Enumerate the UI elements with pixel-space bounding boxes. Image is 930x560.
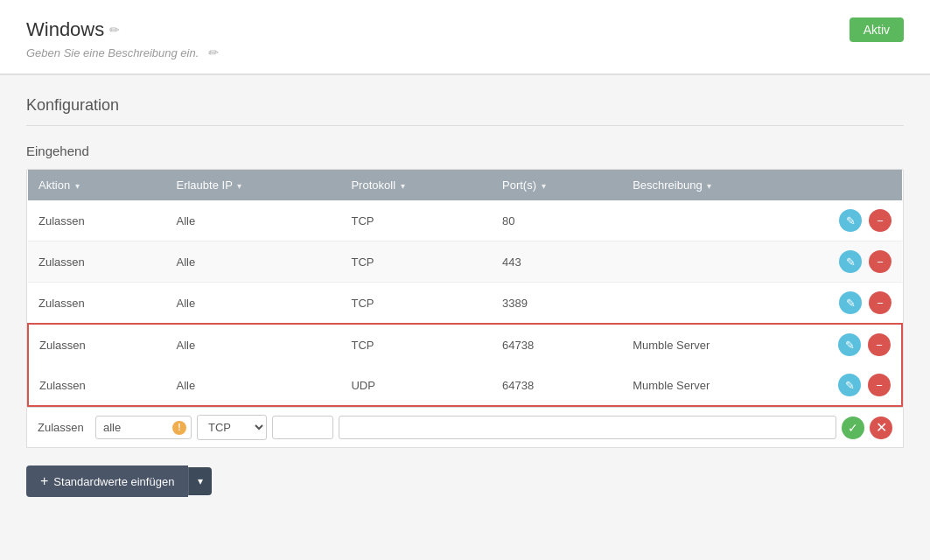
table-row: Zulassen Alle TCP 80 ✎ −: [28, 200, 902, 242]
status-badge: Aktiv: [850, 18, 904, 42]
page-title: Windows: [26, 18, 104, 41]
cell-ip: Alle: [165, 283, 340, 325]
col-beschreibung[interactable]: Beschreibung ▾: [622, 170, 824, 200]
standardwerte-button[interactable]: + Standardwerte einfügen: [26, 466, 188, 497]
cell-ip: Alle: [165, 200, 340, 242]
cell-protokoll: TCP: [340, 283, 492, 325]
cell-ip: Alle: [165, 365, 340, 406]
col-protokoll[interactable]: Protokoll ▾: [340, 170, 492, 200]
edit-row-button[interactable]: ✎: [838, 333, 861, 356]
col-ports[interactable]: Port(s) ▾: [492, 170, 622, 200]
cell-actions: ✎ −: [824, 365, 902, 406]
beschreibung-input[interactable]: [339, 416, 836, 439]
edit-row-button[interactable]: ✎: [839, 250, 862, 273]
table-body: Zulassen Alle TCP 80 ✎ − Zulassen Alle T…: [28, 200, 902, 406]
port-input[interactable]: [272, 416, 333, 439]
cell-beschreibung: [622, 283, 824, 325]
cell-aktion: Zulassen: [28, 283, 165, 325]
cell-beschreibung: [622, 242, 824, 283]
sort-ports-icon: ▾: [542, 181, 546, 191]
page-subtitle: Geben Sie eine Beschreibung ein. ✏: [26, 46, 904, 60]
info-icon: !: [172, 421, 186, 435]
edit-row-button[interactable]: ✎: [839, 209, 862, 232]
cell-aktion: Zulassen: [28, 200, 165, 242]
standardwerte-dropdown-button[interactable]: ▾: [188, 467, 212, 495]
cell-protokoll: TCP: [340, 200, 492, 242]
add-row-label: Zulassen: [38, 421, 90, 434]
col-erlaubte-ip[interactable]: Erlaubte IP ▾: [165, 170, 340, 200]
edit-row-button[interactable]: ✎: [839, 291, 862, 314]
cell-beschreibung: Mumble Server: [622, 365, 824, 406]
table-header: Aktion ▾ Erlaubte IP ▾ Protokoll ▾ Port(…: [28, 170, 902, 200]
sort-beschreibung-icon: ▾: [707, 181, 711, 191]
cell-ip: Alle: [165, 242, 340, 283]
delete-row-button[interactable]: −: [868, 333, 891, 356]
subsection-title: Eingehend: [26, 144, 904, 158]
subtitle-edit-icon[interactable]: ✏: [207, 46, 218, 60]
edit-row-button[interactable]: ✎: [838, 374, 861, 396]
cell-aktion: Zulassen: [28, 365, 165, 406]
cell-ip: Alle: [165, 324, 340, 365]
sort-ip-icon: ▾: [237, 181, 241, 191]
table-row: Zulassen Alle TCP 64738 Mumble Server ✎ …: [28, 324, 902, 365]
plus-icon: +: [40, 473, 48, 489]
cell-protokoll: TCP: [340, 242, 492, 283]
sort-protokoll-icon: ▾: [401, 181, 405, 191]
col-aktion[interactable]: Aktion ▾: [28, 170, 165, 200]
cell-actions: ✎ −: [824, 324, 902, 365]
standardwerte-label: Standardwerte einfügen: [53, 475, 174, 488]
cell-protokoll: UDP: [340, 365, 492, 406]
bottom-actions: + Standardwerte einfügen ▾: [26, 466, 904, 497]
section-divider: [26, 125, 904, 126]
add-row: Zulassen ! TCP UDP ✓ ✕: [26, 408, 904, 448]
cell-aktion: Zulassen: [28, 242, 165, 283]
cell-ports: 80: [492, 200, 622, 242]
page-content: Konfiguration Eingehend Aktion ▾ Erlaubt…: [0, 75, 930, 518]
delete-row-button[interactable]: −: [869, 209, 892, 232]
protokoll-select[interactable]: TCP UDP: [197, 415, 267, 440]
cell-ports: 64738: [492, 324, 622, 365]
title-edit-icon[interactable]: ✏: [109, 23, 120, 37]
cell-actions: ✎ −: [824, 242, 902, 283]
cancel-add-button[interactable]: ✕: [870, 416, 892, 439]
firewall-table-container: Aktion ▾ Erlaubte IP ▾ Protokoll ▾ Port(…: [26, 169, 904, 408]
section-title: Konfiguration: [26, 96, 904, 115]
delete-row-button[interactable]: −: [869, 250, 892, 273]
firewall-table: Aktion ▾ Erlaubte IP ▾ Protokoll ▾ Port(…: [27, 170, 903, 407]
delete-row-button[interactable]: −: [868, 374, 891, 396]
table-row: Zulassen Alle TCP 443 ✎ −: [28, 242, 902, 283]
table-row: Zulassen Alle TCP 3389 ✎ −: [28, 283, 902, 325]
sort-aktion-icon: ▾: [75, 181, 80, 191]
cell-ports: 443: [492, 242, 622, 283]
table-row: Zulassen Alle UDP 64738 Mumble Server ✎ …: [28, 365, 902, 406]
confirm-add-button[interactable]: ✓: [842, 416, 864, 439]
ip-input-wrapper: !: [95, 416, 192, 439]
page-header: Windows ✏ Aktiv Geben Sie eine Beschreib…: [0, 0, 930, 75]
cell-actions: ✎ −: [824, 283, 902, 325]
cell-protokoll: TCP: [340, 324, 492, 365]
cell-beschreibung: [622, 200, 824, 242]
cell-ports: 64738: [492, 365, 622, 406]
delete-row-button[interactable]: −: [869, 291, 892, 314]
cell-actions: ✎ −: [824, 200, 902, 242]
cell-aktion: Zulassen: [28, 324, 165, 365]
cell-ports: 3389: [492, 283, 622, 325]
cell-beschreibung: Mumble Server: [622, 324, 824, 365]
